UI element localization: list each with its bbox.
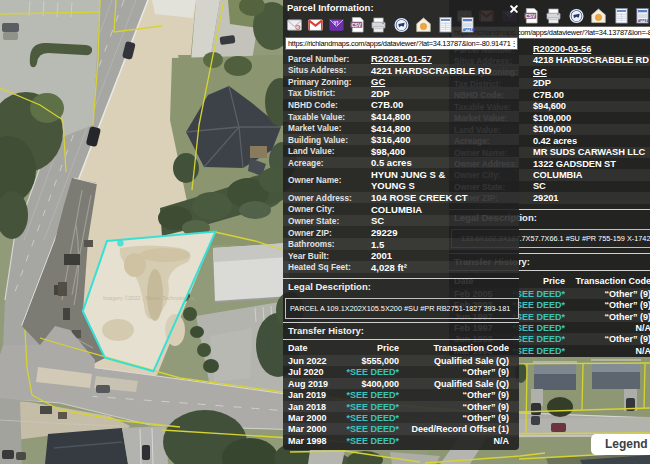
svg-text:APPEAL: APPEAL (637, 18, 649, 22)
svg-text:CSV: CSV (351, 22, 361, 27)
svg-text:@: @ (297, 25, 301, 29)
svg-text:CSV: CSV (525, 13, 535, 18)
svg-text:APPEAL: APPEAL (463, 27, 475, 31)
svg-text:Y!: Y! (333, 19, 338, 25)
svg-text:Imagery ©2022 , Maxar Technolo: Imagery ©2022 , Maxar Technologies (103, 295, 194, 301)
